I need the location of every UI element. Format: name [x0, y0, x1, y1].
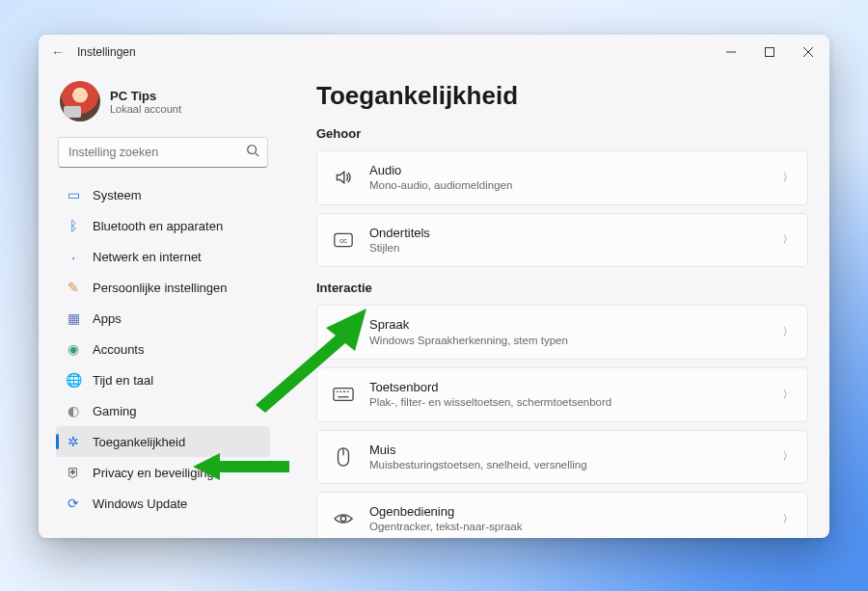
display-icon: ▭	[66, 187, 81, 202]
sidebar-item-bluetooth[interactable]: ᛒBluetooth en apparaten	[56, 210, 270, 241]
sidebar-item-label: Apps	[93, 311, 122, 326]
sidebar-item-label: Persoonlijke instellingen	[93, 281, 227, 295]
sidebar-item-label: Windows Update	[93, 497, 187, 511]
sidebar-item-gaming[interactable]: ◐Gaming	[56, 395, 270, 426]
card-ogenbediening[interactable]: Ogenbediening Ogentracker, tekst-naar-sp…	[316, 492, 808, 538]
titlebar: ← Instellingen	[39, 35, 829, 69]
card-toetsenbord[interactable]: Toetsenbord Plak-, filter- en wisseltoet…	[316, 367, 808, 422]
window-title: Instellingen	[75, 45, 136, 59]
card-subtitle: Windows Spraakherkenning, stem typen	[369, 334, 782, 347]
accessibility-icon: ✲	[66, 434, 81, 449]
card-ondertitels[interactable]: cc Ondertitels Stijlen 〉	[316, 213, 808, 268]
chevron-right-icon: 〉	[782, 231, 794, 248]
svg-point-4	[248, 146, 257, 154]
card-audio[interactable]: Audio Mono-audio, audiomeldingen 〉	[316, 150, 808, 205]
card-spraak[interactable]: Spraak Windows Spraakherkenning, stem ty…	[316, 305, 808, 360]
sidebar-item-label: Accounts	[93, 342, 144, 357]
sidebar-item-accounts[interactable]: ◉Accounts	[56, 334, 270, 364]
sidebar-item-system[interactable]: ▭Systeem	[56, 179, 270, 210]
sidebar-item-label: Systeem	[93, 188, 142, 202]
microphone-icon	[331, 323, 356, 342]
apps-icon: ▦	[66, 310, 81, 326]
card-subtitle: Mono-audio, audiomeldingen	[369, 178, 782, 192]
card-title: Toetsenbord	[369, 380, 782, 395]
search-input[interactable]	[58, 137, 268, 168]
svg-rect-11	[334, 389, 353, 401]
chevron-right-icon: 〉	[782, 448, 794, 465]
sidebar-item-label: Tijd en taal	[93, 373, 153, 388]
keyboard-icon	[331, 387, 356, 402]
card-title: Ondertitels	[369, 226, 782, 241]
page-title: Toegankelijkheid	[316, 81, 808, 111]
sidebar-item-label: Gaming	[93, 404, 137, 418]
chevron-right-icon: 〉	[782, 387, 794, 403]
sidebar-item-label: Netwerk en internet	[93, 250, 202, 264]
chevron-right-icon: 〉	[782, 511, 794, 527]
close-button[interactable]	[789, 37, 827, 67]
section-heading-interactie: Interactie	[316, 281, 808, 295]
cc-icon: cc	[331, 232, 356, 248]
shield-icon: ⛨	[66, 465, 81, 480]
card-subtitle: Plak-, filter- en wisseltoetsen, schermt…	[369, 395, 782, 409]
main-content: Toegankelijkheid Gehoor Audio Mono-audio…	[280, 69, 829, 538]
card-subtitle: Muisbesturingstoetsen, snelheid, versnel…	[369, 458, 782, 471]
sidebar-item-label: Privacy en beveiliging	[93, 466, 214, 480]
sidebar-item-network[interactable]: ⬪Netwerk en internet	[56, 241, 270, 272]
sidebar: PC Tips Lokaal account ▭Systeem ᛒBluetoo…	[39, 69, 280, 538]
minimize-button[interactable]	[712, 37, 750, 67]
speaker-icon	[331, 168, 356, 187]
search-icon	[246, 144, 259, 161]
card-title: Ogenbediening	[369, 504, 782, 520]
profile-name: PC Tips	[110, 89, 181, 103]
sidebar-item-label: Toegankelijkheid	[93, 435, 185, 449]
svg-rect-1	[766, 48, 774, 57]
svg-rect-9	[340, 323, 345, 333]
sidebar-item-accessibility[interactable]: ✲Toegankelijkheid	[56, 426, 270, 457]
section-heading-gehoor: Gehoor	[316, 126, 808, 141]
sidebar-item-personalization[interactable]: ✎Persoonlijke instellingen	[56, 272, 270, 303]
sidebar-item-privacy[interactable]: ⛨Privacy en beveiliging	[56, 457, 270, 488]
card-subtitle: Ogentracker, tekst-naar-spraak	[369, 520, 782, 533]
nav-list: ▭Systeem ᛒBluetooth en apparaten ⬪Netwer…	[56, 179, 270, 519]
gaming-icon: ◐	[66, 403, 81, 418]
back-button[interactable]: ←	[41, 44, 75, 60]
sidebar-item-time-language[interactable]: 🌐Tijd en taal	[56, 364, 270, 395]
bluetooth-icon: ᛒ	[66, 218, 81, 233]
brush-icon: ✎	[66, 280, 81, 295]
settings-window: ← Instellingen PC Tips Lokaal account	[39, 35, 829, 538]
search-field[interactable]	[67, 145, 246, 160]
svg-point-19	[340, 517, 346, 523]
person-icon: ◉	[66, 341, 81, 357]
card-title: Spraak	[369, 317, 782, 333]
card-muis[interactable]: Muis Muisbesturingstoetsen, snelheid, ve…	[316, 430, 808, 485]
globe-icon: 🌐	[66, 372, 81, 388]
eye-icon	[331, 510, 356, 527]
avatar	[60, 81, 100, 121]
card-title: Muis	[369, 443, 782, 458]
maximize-button[interactable]	[750, 37, 789, 67]
card-title: Audio	[369, 163, 782, 178]
mouse-icon	[331, 447, 356, 467]
chevron-right-icon: 〉	[782, 170, 794, 186]
sidebar-item-apps[interactable]: ▦Apps	[56, 303, 270, 334]
card-subtitle: Stijlen	[369, 241, 782, 255]
svg-marker-6	[337, 172, 344, 183]
svg-text:cc: cc	[339, 236, 347, 245]
profile-account: Lokaal account	[110, 103, 181, 115]
wifi-icon: ⬪	[66, 249, 81, 264]
chevron-right-icon: 〉	[782, 324, 794, 340]
update-icon: ⟳	[66, 496, 81, 511]
svg-line-5	[256, 153, 259, 157]
sidebar-item-windows-update[interactable]: ⟳Windows Update	[56, 488, 270, 519]
profile-block[interactable]: PC Tips Lokaal account	[56, 73, 270, 135]
sidebar-item-label: Bluetooth en apparaten	[93, 219, 223, 233]
